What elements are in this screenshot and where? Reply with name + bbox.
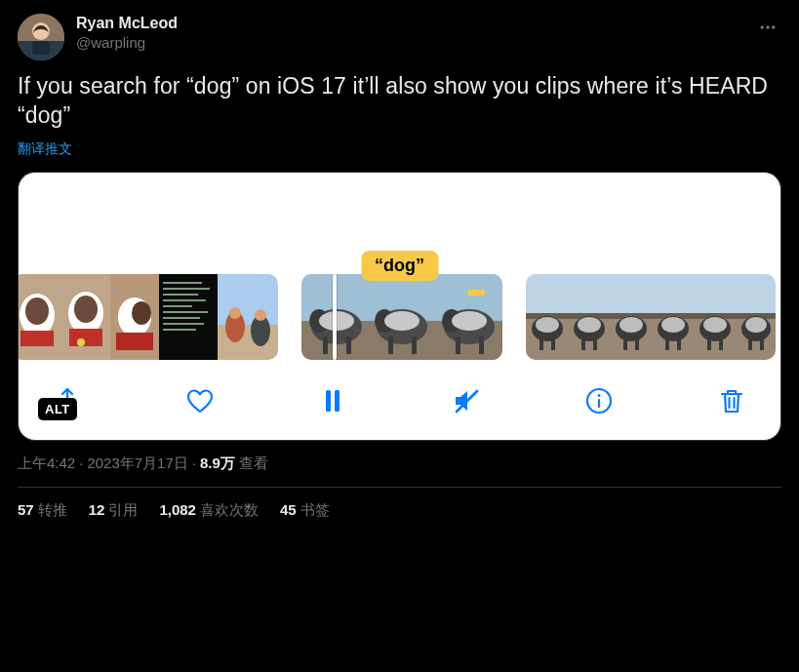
svg-rect-83 xyxy=(665,336,669,350)
svg-point-13 xyxy=(74,296,98,323)
tweet-date[interactable]: 2023年7月17日 xyxy=(87,455,187,471)
svg-point-61 xyxy=(536,317,559,333)
svg-rect-30 xyxy=(218,274,278,325)
svg-rect-28 xyxy=(163,323,204,325)
svg-rect-63 xyxy=(551,336,555,350)
svg-rect-21 xyxy=(163,282,202,284)
svg-point-9 xyxy=(25,297,49,325)
avatar[interactable] xyxy=(18,14,64,60)
svg-rect-54 xyxy=(456,336,460,354)
svg-rect-10 xyxy=(20,331,54,346)
likes-count: 1,082 xyxy=(159,501,196,518)
svg-rect-99 xyxy=(326,390,331,412)
info-button[interactable] xyxy=(579,383,619,418)
display-name[interactable]: Ryan McLeod xyxy=(76,14,178,33)
bookmarks-count: 45 xyxy=(280,501,297,518)
stats-row: 57转推 12引用 1,082喜欢次数 45书签 xyxy=(18,501,781,520)
quotes-label: 引用 xyxy=(108,501,138,518)
svg-rect-27 xyxy=(163,317,200,319)
media-attachment[interactable]: “dog” xyxy=(18,172,781,441)
clip-thumbnail xyxy=(526,274,568,360)
clip-group[interactable] xyxy=(18,274,278,360)
svg-rect-64 xyxy=(568,274,610,313)
svg-rect-78 xyxy=(652,274,694,313)
views-count: 8.9万 xyxy=(200,455,235,471)
svg-point-33 xyxy=(229,307,241,319)
media-toolbar xyxy=(19,360,780,440)
quotes-stat[interactable]: 12引用 xyxy=(89,501,139,520)
alt-badge[interactable]: ALT xyxy=(38,398,77,420)
svg-rect-14 xyxy=(69,329,102,346)
svg-rect-24 xyxy=(163,299,206,301)
svg-rect-100 xyxy=(335,390,340,412)
user-info: Ryan McLeod @warpling xyxy=(76,14,178,53)
svg-rect-25 xyxy=(163,305,192,307)
retweets-label: 转推 xyxy=(38,501,67,518)
svg-point-68 xyxy=(578,317,601,333)
svg-rect-29 xyxy=(163,329,196,331)
svg-rect-19 xyxy=(116,333,153,350)
clip-thumbnail xyxy=(369,274,436,360)
clip-thumbnail xyxy=(18,274,61,360)
tweet-container: Ryan McLeod @warpling If you search for … xyxy=(0,0,799,530)
clip-thumbnail xyxy=(568,274,610,360)
playhead-marker xyxy=(467,290,485,296)
tweet-header: Ryan McLeod @warpling xyxy=(18,14,781,60)
bookmarks-stat[interactable]: 45书签 xyxy=(280,501,330,520)
retweets-stat[interactable]: 57转推 xyxy=(18,501,67,520)
pause-button[interactable] xyxy=(313,383,352,418)
svg-point-82 xyxy=(661,317,685,333)
mute-button[interactable] xyxy=(447,383,486,418)
video-filmstrip[interactable] xyxy=(19,274,780,360)
clip-thumbnail xyxy=(110,274,159,360)
clip-thumbnail xyxy=(218,274,278,360)
playhead-cursor[interactable] xyxy=(333,274,337,360)
svg-rect-92 xyxy=(736,274,776,313)
clip-thumbnail xyxy=(694,274,736,360)
svg-point-35 xyxy=(255,309,266,321)
clip-group-active[interactable] xyxy=(301,274,502,360)
svg-rect-55 xyxy=(479,336,484,354)
svg-rect-47 xyxy=(388,336,393,354)
caption-bubble: “dog” xyxy=(361,251,438,281)
clip-thumbnail xyxy=(652,274,694,360)
svg-rect-90 xyxy=(707,336,711,350)
bookmarks-label: 书签 xyxy=(300,501,330,518)
translate-link[interactable]: 翻译推文 xyxy=(18,140,72,158)
clip-thumbnail xyxy=(736,274,776,360)
svg-rect-26 xyxy=(163,311,208,313)
svg-point-96 xyxy=(745,317,767,333)
delete-button[interactable] xyxy=(712,383,751,418)
svg-rect-57 xyxy=(526,274,568,313)
svg-rect-84 xyxy=(677,336,681,350)
likes-stat[interactable]: 1,082喜欢次数 xyxy=(159,501,259,520)
tweet-time[interactable]: 上午4:42 xyxy=(18,455,75,471)
svg-point-5 xyxy=(766,25,769,28)
svg-rect-41 xyxy=(346,336,351,354)
svg-rect-70 xyxy=(593,336,597,350)
svg-rect-77 xyxy=(635,336,639,350)
svg-rect-91 xyxy=(719,336,723,350)
svg-point-42 xyxy=(319,311,354,331)
svg-rect-98 xyxy=(760,336,764,350)
svg-rect-62 xyxy=(539,336,543,350)
svg-rect-97 xyxy=(748,336,752,350)
svg-rect-48 xyxy=(412,336,417,354)
clip-thumbnail xyxy=(61,274,110,360)
clip-thumbnail xyxy=(610,274,652,360)
svg-rect-69 xyxy=(581,336,585,350)
clip-thumbnail xyxy=(436,274,502,360)
quotes-count: 12 xyxy=(89,501,105,518)
svg-point-56 xyxy=(452,311,487,331)
divider xyxy=(18,487,781,488)
svg-point-104 xyxy=(597,394,600,397)
views-label: 查看 xyxy=(239,455,268,471)
svg-rect-3 xyxy=(32,41,50,55)
like-button[interactable] xyxy=(180,383,220,418)
retweets-count: 57 xyxy=(18,501,34,518)
svg-point-6 xyxy=(772,25,775,28)
user-handle[interactable]: @warpling xyxy=(76,33,178,53)
clip-group[interactable] xyxy=(526,274,776,360)
more-options-button[interactable] xyxy=(754,14,781,46)
svg-point-2 xyxy=(32,22,50,40)
